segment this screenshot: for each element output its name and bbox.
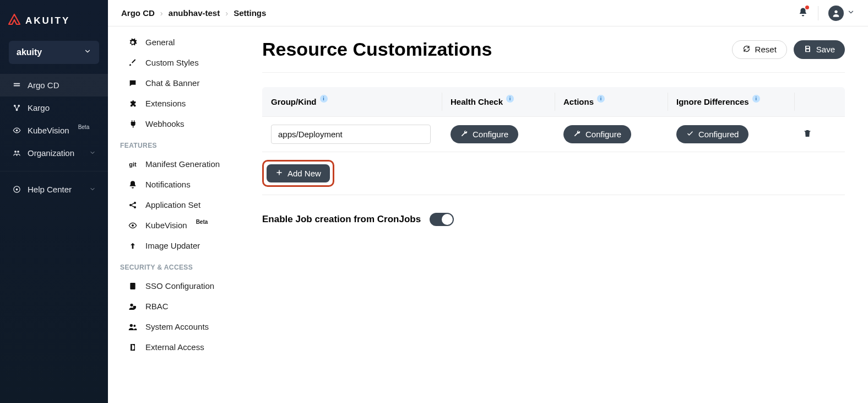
settings-item-application-set[interactable]: Application Set (119, 195, 239, 215)
breadcrumb-settings[interactable]: Settings (234, 8, 266, 18)
button-label: Add New (287, 169, 321, 178)
add-row: Add New (262, 152, 845, 195)
notifications-button[interactable] (798, 7, 808, 19)
eye-icon (12, 126, 21, 135)
sidebar-item-argocd[interactable]: Argo CD (0, 74, 108, 96)
user-menu[interactable] (828, 6, 855, 21)
settings-item-external-access[interactable]: External Access (119, 337, 239, 357)
settings-group-features: FEATURES (119, 134, 239, 154)
ignore-diff-configured-button[interactable]: Configured (676, 125, 748, 143)
sidebar-item-label: Argo CD (28, 80, 59, 90)
breadcrumb-argocd[interactable]: Argo CD (121, 8, 155, 18)
sidebar-item-organization[interactable]: Organization (0, 142, 108, 164)
svg-point-6 (14, 151, 17, 153)
breadcrumb-instance[interactable]: anubhav-test (169, 8, 220, 18)
kargo-icon (12, 104, 21, 112)
settings-item-label: SSO Configuration (145, 281, 214, 291)
settings-item-general[interactable]: General (119, 32, 239, 52)
settings-item-label: Extensions (145, 99, 186, 108)
settings-item-chat-banner[interactable]: Chat & Banner (119, 73, 239, 93)
divider (818, 6, 818, 20)
topbar: Argo CD › anubhav-test › Settings (108, 0, 868, 26)
help-icon (12, 185, 21, 194)
group-kind-input[interactable] (271, 125, 431, 144)
sidebar-item-kargo[interactable]: Kargo (0, 96, 108, 119)
th-actions-col (794, 87, 827, 116)
th-actions: Actions i (555, 87, 668, 116)
page-header: Resource Customizations Reset Save (262, 39, 845, 73)
page-title: Resource Customizations (262, 39, 492, 60)
settings-item-label: Manifest Generation (145, 159, 220, 169)
settings-item-extensions[interactable]: Extensions (119, 93, 239, 114)
svg-rect-1 (13, 85, 19, 87)
settings-item-label: Custom Styles (145, 58, 199, 67)
settings-item-label: Notifications (145, 180, 191, 189)
settings-item-label: General (145, 37, 175, 47)
svg-point-9 (15, 189, 18, 191)
refresh-icon (742, 45, 751, 55)
button-label: Reset (755, 45, 777, 54)
wrench-icon (573, 130, 581, 139)
logo-icon (8, 13, 21, 29)
save-button[interactable]: Save (794, 40, 845, 59)
plug-icon (128, 120, 138, 128)
settings-item-label: RBAC (145, 302, 169, 311)
th-label: Group/Kind (271, 97, 317, 106)
reset-button[interactable]: Reset (732, 40, 787, 59)
settings-item-label: Chat & Banner (145, 78, 199, 88)
settings-item-label: Application Set (145, 200, 200, 209)
chevron-down-icon (89, 185, 96, 194)
chat-icon (128, 79, 138, 88)
delete-row-button[interactable] (803, 130, 812, 139)
settings-item-kubevision[interactable]: KubeVision Beta (119, 215, 239, 235)
sidebar-item-kubevision[interactable]: KubeVision Beta (0, 119, 108, 142)
svg-point-17 (130, 324, 133, 326)
breadcrumb: Argo CD › anubhav-test › Settings (121, 8, 266, 18)
svg-point-5 (15, 130, 18, 132)
settings-item-custom-styles[interactable]: Custom Styles (119, 52, 239, 73)
cronjob-toggle-row: Enable Job creation from CronJobs (262, 213, 845, 226)
org-selector[interactable]: akuity (9, 41, 99, 64)
sidebar-item-help[interactable]: Help Center (0, 178, 108, 201)
info-icon[interactable]: i (752, 95, 760, 103)
cronjob-toggle[interactable] (430, 213, 454, 226)
settings-item-label: System Accounts (145, 322, 209, 331)
settings-item-sso[interactable]: SSO Configuration (119, 276, 239, 296)
plus-icon (275, 169, 283, 178)
info-icon[interactable]: i (506, 95, 514, 103)
notification-dot (805, 6, 809, 9)
door-icon (128, 343, 138, 352)
info-icon[interactable]: i (320, 95, 328, 103)
settings-item-system-accounts[interactable]: System Accounts (119, 316, 239, 337)
svg-point-18 (133, 325, 135, 327)
resource-table: Group/Kind i Health Check i Actions i Ig… (262, 87, 845, 195)
settings-item-label: KubeVision (145, 221, 187, 230)
puzzle-icon (128, 99, 138, 108)
beta-badge: Beta (78, 124, 90, 130)
svg-point-14 (132, 224, 134, 227)
share-icon (128, 201, 138, 209)
sidebar-item-label: KubeVision (28, 126, 69, 135)
svg-rect-0 (13, 83, 19, 84)
brand-name: AKUITY (25, 15, 70, 26)
org-selector-label: akuity (17, 47, 42, 57)
brush-icon (128, 58, 138, 67)
actions-configure-button[interactable]: Configure (563, 125, 631, 143)
chevron-right-icon: › (225, 8, 228, 18)
users-icon (128, 323, 138, 331)
settings-item-manifest-generation[interactable]: git Manifest Generation (119, 154, 239, 174)
settings-item-rbac[interactable]: RBAC (119, 296, 239, 316)
sidebar-item-label: Organization (28, 148, 74, 158)
gear-icon (128, 38, 138, 47)
settings-item-webhooks[interactable]: Webhooks (119, 114, 239, 134)
add-new-highlight: Add New (262, 160, 334, 187)
settings-item-notifications[interactable]: Notifications (119, 174, 239, 195)
health-check-configure-button[interactable]: Configure (451, 125, 518, 143)
settings-item-image-updater[interactable]: Image Updater (119, 235, 239, 256)
sidebar-dark: AKUITY akuity Argo CD Kargo KubeVision B… (0, 0, 108, 403)
add-new-button[interactable]: Add New (267, 164, 330, 182)
settings-item-label: Image Updater (145, 241, 200, 250)
chevron-down-icon (84, 47, 91, 57)
toggle-label: Enable Job creation from CronJobs (262, 214, 421, 225)
info-icon[interactable]: i (597, 95, 605, 103)
